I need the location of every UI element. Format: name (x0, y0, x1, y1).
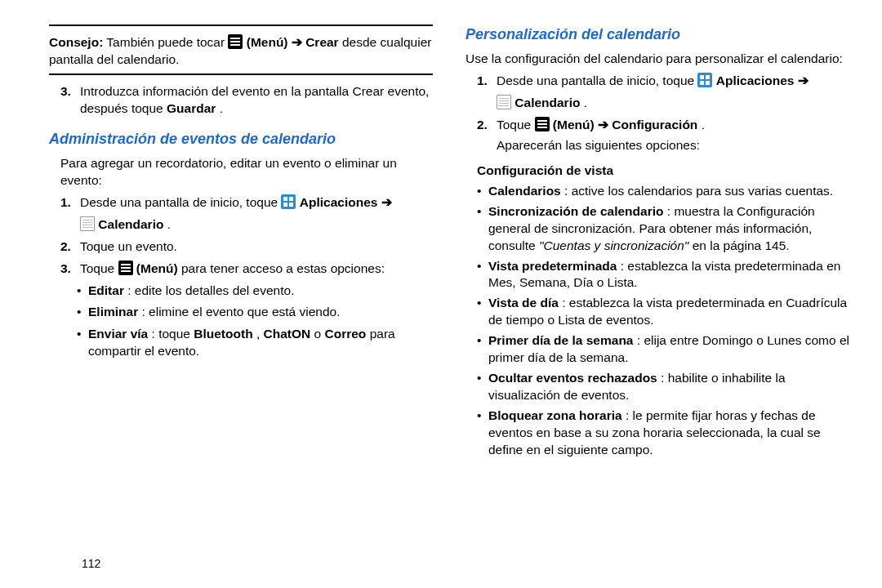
bb_a: Sincronización de calendario (488, 204, 663, 218)
menu-icon (118, 261, 133, 275)
bullet-dot: • (477, 203, 488, 255)
rb-sync: • Sincronización de calendario : muestra… (477, 203, 849, 255)
left-bullet-editar: • Editar : edite los detalles del evento… (77, 283, 433, 300)
b3c: Bluetooth (194, 327, 252, 341)
left-column: Consejo: También puede tocar (Menú) ➔ Cr… (49, 24, 433, 462)
b3b: : toque (152, 327, 194, 341)
rs2-pre: Toque (497, 118, 535, 131)
step-3: 3. Introduzca información del evento en … (60, 83, 433, 118)
rb-lock-tz: • Bloquear zona horaria : le permite fij… (477, 408, 849, 459)
left-step-2: 2. Toque un evento. (60, 238, 433, 256)
rs1-pre: Desde una pantalla de inicio, toque (497, 74, 697, 87)
bullet-dot: • (477, 295, 488, 329)
s3-tail: para tener acceso a estas opciones: (181, 261, 385, 275)
rs1-apps: Aplicaciones (716, 74, 795, 87)
left-bullet-enviar: • Enviar vía : toque Bluetooth , ChatON … (77, 326, 433, 360)
b1a: Editar (88, 283, 124, 297)
b3d: , (256, 327, 264, 341)
rb-first-day: • Primer día de la semana : elija entre … (477, 332, 849, 367)
step3-tail: . (220, 101, 223, 115)
left-step-1: 1. Desde una pantalla de inicio, toque A… (60, 194, 433, 212)
step-number: 2. (477, 117, 497, 154)
left-section-title: Administración de eventos de calendario (49, 129, 433, 149)
step-number: 2. (60, 238, 80, 256)
right-section-title: Personalización del calendario (466, 24, 849, 44)
menu-icon (535, 117, 550, 131)
bb_d: en la página 145. (693, 238, 790, 252)
rs1-cal: Calendario (514, 96, 580, 109)
step3-guardar: Guardar (167, 101, 216, 115)
rb-hide-rejected: • Ocultar eventos rechazados : habilite … (477, 370, 849, 404)
s1-tail: . (167, 217, 171, 231)
b2b: : elimine el evento que está viendo. (141, 305, 340, 318)
tip-crear: Crear (305, 35, 339, 49)
tip-label: Consejo: (49, 35, 103, 49)
rs2-conf: Configuración (612, 118, 697, 131)
right-step-2: 2. Toque (Menú) ➔ Configuración . Aparec… (477, 117, 849, 154)
b3f: o (314, 327, 325, 341)
page-number: 112 (82, 557, 100, 570)
bd_a: Vista de día (488, 296, 559, 310)
menu-icon (228, 34, 243, 49)
rs2-menu: (Menú) (553, 118, 595, 131)
rs2-line2: Aparecerán las siguientes opciones: (497, 137, 849, 154)
be_a: Primer día de la semana (488, 333, 633, 347)
bullet-dot: • (477, 332, 488, 367)
apps-icon (281, 194, 296, 209)
ba_b: : active los calendarios para sus varias… (564, 184, 833, 198)
step-number: 1. (60, 194, 80, 212)
bf_a: Ocultar eventos rechazados (488, 371, 657, 385)
bullet-dot: • (77, 283, 88, 300)
bullet-dot: • (477, 370, 488, 404)
hr-bottom-left (49, 74, 433, 75)
calendar-icon (80, 216, 95, 231)
s3-pre: Toque (80, 261, 118, 275)
rb-cal: • Calendarios : active los calendarios p… (477, 183, 849, 200)
s1-cal: Calendario (98, 217, 163, 231)
left-step-1-line2: Calendario . (80, 216, 433, 234)
rb-day-view: • Vista de día : establezca la vista pre… (477, 295, 849, 329)
hr-top-left (49, 24, 433, 26)
s3-menu: (Menú) (136, 261, 178, 275)
tip-text-1: También puede tocar (106, 35, 228, 49)
rs1-arrow: ➔ (798, 74, 808, 87)
step-number: 3. (60, 83, 80, 118)
right-step-1: 1. Desde una pantalla de inicio, toque A… (477, 73, 849, 90)
ba_a: Calendarios (488, 184, 561, 198)
rb-default-view: • Vista predeterminada : establezca la v… (477, 258, 849, 292)
bc_a: Vista predeterminada (488, 259, 617, 273)
s1-pre: Desde una pantalla de inicio, toque (80, 195, 281, 209)
s1-arrow: ➔ (381, 195, 392, 209)
b3g: Correo (325, 327, 367, 341)
step3-pre: Introduzca información del evento en la … (80, 84, 429, 115)
bullet-dot: • (77, 304, 88, 321)
bullet-dot: • (477, 183, 488, 200)
step-number: 3. (60, 261, 80, 278)
tip-block: Consejo: También puede tocar (Menú) ➔ Cr… (49, 34, 433, 74)
b3a: Enviar vía (88, 327, 148, 341)
bullet-dot: • (477, 258, 488, 292)
rs1-tail: . (584, 96, 587, 109)
apps-icon (697, 73, 712, 87)
right-step-1-line2: Calendario . (497, 95, 849, 112)
bullet-dot: • (77, 326, 88, 360)
s2-body: Toque un evento. (80, 238, 433, 256)
bg_a: Bloquear zona horaria (488, 408, 622, 422)
bullet-dot: • (477, 408, 488, 459)
b1b: : edite los detalles del evento. (127, 283, 294, 297)
s1-apps: Aplicaciones (300, 195, 378, 209)
rs2-arrow: ➔ (598, 118, 612, 131)
tip-arrow: ➔ (292, 35, 305, 49)
right-intro: Use la configuración del calendario para… (466, 51, 849, 68)
b2a: Eliminar (88, 305, 138, 318)
tip-menu-label: (Menú) (247, 35, 288, 49)
b3e: ChatON (264, 327, 311, 341)
right-column: Personalización del calendario Use la co… (466, 24, 849, 462)
right-subhead-1: Configuración de vista (477, 163, 849, 180)
left-intro: Para agregar un recordatorio, editar un … (60, 155, 433, 189)
rs2-tail: . (702, 118, 705, 131)
calendar-icon (497, 95, 511, 109)
step-number: 1. (477, 73, 497, 90)
left-bullet-eliminar: • Eliminar : elimine el evento que está … (77, 304, 433, 321)
bb_c: "Cuentas y sincronización" (539, 238, 688, 252)
